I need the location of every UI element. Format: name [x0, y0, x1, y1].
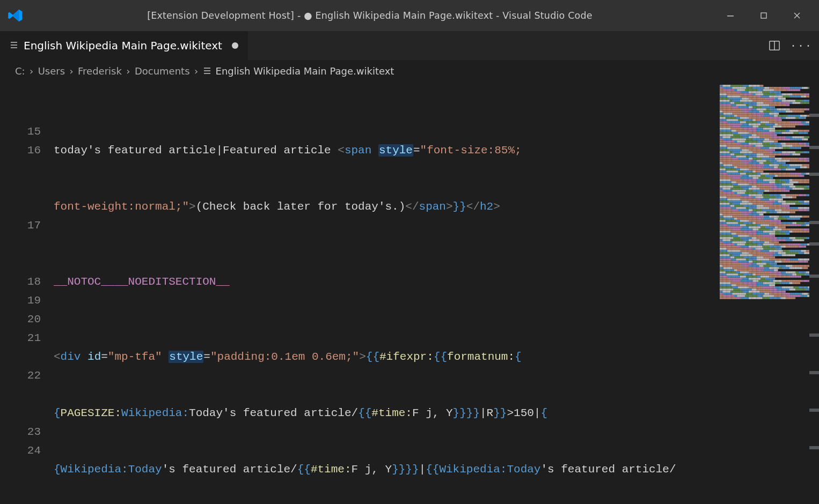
title-bar: [Extension Development Host] - ● English… — [0, 0, 819, 31]
svg-rect-0 — [727, 16, 734, 17]
chevron-right-icon: › — [191, 65, 202, 77]
window-title: [Extension Development Host] - ● English… — [26, 10, 714, 21]
minimize-button[interactable] — [714, 0, 747, 31]
svg-rect-1 — [761, 13, 766, 18]
chevron-right-icon: › — [66, 65, 77, 77]
breadcrumb-file[interactable]: English Wikipedia Main Page.wikitext — [203, 65, 394, 77]
split-editor-button[interactable] — [767, 39, 781, 53]
chevron-right-icon: › — [123, 65, 134, 77]
maximize-button[interactable] — [747, 0, 780, 31]
breadcrumb[interactable]: C: › Users › Frederisk › Documents › Eng… — [0, 60, 819, 81]
breadcrumb-segment[interactable]: Frederisk — [78, 65, 122, 77]
tab-bar: English Wikipedia Main Page.wikitext ··· — [0, 31, 819, 60]
close-button[interactable] — [780, 0, 814, 31]
minimap[interactable]: ████████████████████████████████████████… — [719, 85, 809, 310]
tab-actions: ··· — [767, 31, 819, 60]
editor-tab[interactable]: English Wikipedia Main Page.wikitext — [0, 31, 248, 60]
window-controls — [714, 0, 814, 31]
vertical-scrollbar[interactable] — [809, 81, 819, 504]
code-content[interactable]: today's featured article|Featured articl… — [54, 81, 819, 504]
file-type-icon — [10, 39, 18, 52]
chevron-right-icon: › — [26, 65, 37, 77]
editor[interactable]: 15 16 17 18 19 20 21 22 23 24 today's fe… — [0, 81, 819, 504]
breadcrumb-segment[interactable]: Documents — [135, 65, 190, 77]
line-number-gutter: 15 16 17 18 19 20 21 22 23 24 — [0, 81, 54, 504]
breadcrumb-segment[interactable]: C: — [15, 65, 25, 77]
breadcrumb-segment[interactable]: Users — [38, 65, 65, 77]
dirty-indicator-icon — [232, 42, 238, 49]
more-actions-button[interactable]: ··· — [794, 39, 808, 53]
tab-label: English Wikipedia Main Page.wikitext — [24, 39, 222, 52]
vscode-logo-icon — [5, 8, 26, 24]
